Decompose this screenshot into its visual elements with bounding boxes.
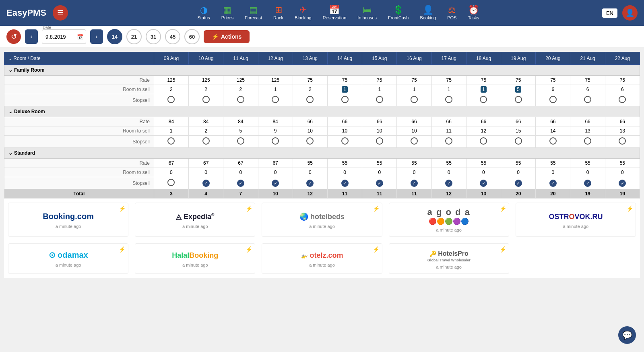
ota-card-booking-com[interactable]: ⚡Booking.coma minute ago [8, 203, 128, 237]
cell-2-2-13[interactable]: ✓ [605, 177, 640, 189]
stopsell-empty[interactable] [584, 137, 591, 145]
nav-status[interactable]: ◑ Status [197, 6, 210, 20]
calendar-icon[interactable]: 📅 [77, 34, 84, 40]
stopsell-empty[interactable] [202, 96, 210, 103]
stopsell-empty[interactable] [619, 96, 626, 103]
menu-button[interactable]: ☰ [53, 5, 68, 21]
nav-rack[interactable]: ⊞ Rack [273, 6, 283, 20]
cell-2-2-3[interactable]: ✓ [258, 177, 293, 189]
nav-booking[interactable]: 👤 Booking [420, 6, 436, 20]
nav-forecast[interactable]: ▤ Forecast [245, 6, 262, 20]
day-21-button[interactable]: 21 [126, 29, 142, 44]
stopsell-empty[interactable] [376, 96, 383, 103]
stopsell-checked[interactable]: ✓ [515, 180, 522, 187]
stopsell-empty[interactable] [167, 96, 175, 103]
day-14-button[interactable]: 14 [107, 29, 122, 44]
ota-card-agoda[interactable]: ⚡a g o d a🔴🟠🟢🟣🔵a minute ago [389, 203, 509, 237]
stopsell-empty[interactable] [480, 96, 487, 103]
stopsell-empty[interactable] [237, 137, 244, 145]
cell-2-2-7[interactable]: ✓ [397, 177, 431, 189]
stopsell-checked[interactable]: ✓ [376, 180, 383, 187]
cell-0-2-8[interactable] [431, 94, 466, 106]
stopsell-checked[interactable]: ✓ [237, 180, 244, 187]
cell-1-2-8[interactable] [431, 136, 466, 148]
cell-2-2-0[interactable] [154, 177, 188, 189]
cell-0-2-2[interactable] [223, 94, 258, 106]
nav-frontcash[interactable]: 💲 FrontCash [388, 6, 409, 20]
stopsell-checked[interactable]: ✓ [549, 180, 557, 187]
stopsell-empty[interactable] [549, 96, 557, 103]
stopsell-empty[interactable] [202, 137, 210, 145]
nav-tasks[interactable]: ⏰ Tasks [468, 6, 479, 20]
stopsell-checked[interactable]: ✓ [445, 180, 452, 187]
stopsell-empty[interactable] [237, 96, 244, 103]
collapse-icon-2[interactable]: ⌄ [8, 150, 12, 156]
stopsell-empty[interactable] [445, 96, 452, 103]
ota-card-halalbooking[interactable]: ⚡HalalBookinga minute ago [135, 243, 255, 274]
next-date-button[interactable]: › [90, 29, 103, 44]
day-45-button[interactable]: 45 [165, 29, 180, 44]
ota-card-hotelbeds[interactable]: ⚡🌏 hotelbedsa minute ago [262, 203, 382, 237]
cell-0-2-9[interactable] [466, 94, 501, 106]
cell-0-2-6[interactable] [362, 94, 397, 106]
refresh-button[interactable]: ↺ [6, 29, 21, 44]
cell-0-2-0[interactable] [154, 94, 188, 106]
cell-2-2-1[interactable]: ✓ [189, 177, 223, 189]
cell-0-2-5[interactable] [327, 94, 362, 106]
collapse-icon-0[interactable]: ⌄ [8, 67, 12, 73]
cell-1-2-2[interactable] [223, 136, 258, 148]
cell-0-2-12[interactable] [570, 94, 605, 106]
stopsell-empty[interactable] [341, 96, 349, 103]
actions-button[interactable]: ⚡ Actions [204, 30, 250, 43]
cell-0-2-11[interactable] [536, 94, 570, 106]
cell-2-2-9[interactable]: ✓ [466, 177, 501, 189]
cell-0-2-1[interactable] [189, 94, 223, 106]
ota-card-expedia[interactable]: ⚡◬ Expedia®a minute ago [135, 203, 255, 237]
cell-2-2-6[interactable]: ✓ [362, 177, 397, 189]
nav-inhouses[interactable]: 🛏 In houses [357, 6, 377, 20]
nav-pos[interactable]: ⚖ POS [447, 6, 456, 20]
collapse-icon-1[interactable]: ⌄ [8, 109, 12, 114]
stopsell-empty[interactable] [480, 137, 487, 145]
cell-2-2-2[interactable]: ✓ [223, 177, 258, 189]
cell-0-2-10[interactable] [501, 94, 536, 106]
stopsell-checked[interactable]: ✓ [411, 180, 418, 187]
cell-1-2-0[interactable] [154, 136, 188, 148]
section-header-0[interactable]: ⌄Family Room [4, 65, 640, 76]
nav-prices[interactable]: ▦ Prices [221, 6, 234, 20]
stopsell-empty[interactable] [515, 137, 522, 145]
cell-2-2-12[interactable]: ✓ [570, 177, 605, 189]
cell-1-2-7[interactable] [397, 136, 431, 148]
section-header-2[interactable]: ⌄Standard [4, 148, 640, 159]
cell-1-2-3[interactable] [258, 136, 293, 148]
cell-1-2-13[interactable] [605, 136, 640, 148]
cell-1-2-6[interactable] [362, 136, 397, 148]
ota-card-otelz[interactable]: ⚡🚁 otelz.coma minute ago [262, 243, 382, 274]
stopsell-checked[interactable]: ✓ [306, 180, 314, 187]
cell-1-2-5[interactable] [327, 136, 362, 148]
stopsell-empty[interactable] [584, 96, 591, 103]
cell-1-2-9[interactable] [466, 136, 501, 148]
nav-blocking[interactable]: ✈ Blocking [295, 6, 312, 20]
stopsell-empty[interactable] [515, 96, 522, 103]
stopsell-empty[interactable] [167, 179, 175, 186]
stopsell-empty[interactable] [272, 96, 279, 103]
stopsell-checked[interactable]: ✓ [619, 180, 626, 187]
stopsell-empty[interactable] [272, 137, 279, 145]
stopsell-empty[interactable] [376, 137, 383, 145]
cell-1-2-11[interactable] [536, 136, 570, 148]
lang-button[interactable]: EN [602, 8, 617, 18]
ota-card-hotelspro[interactable]: ⚡🔑 HotelsProGlobal Travel Wholesalera mi… [389, 243, 509, 274]
cell-1-2-12[interactable] [570, 136, 605, 148]
stopsell-empty[interactable] [411, 96, 418, 103]
day-31-button[interactable]: 31 [146, 29, 161, 44]
stopsell-empty[interactable] [445, 137, 452, 145]
cell-0-2-3[interactable] [258, 94, 293, 106]
cell-2-2-10[interactable]: ✓ [501, 177, 536, 189]
stopsell-empty[interactable] [411, 137, 418, 145]
nav-reservation[interactable]: 📅 Reservation [323, 6, 347, 20]
stopsell-empty[interactable] [341, 137, 349, 145]
stopsell-empty[interactable] [619, 137, 626, 145]
ota-card-odamax[interactable]: ⚡⊙ odamaxa minute ago [8, 243, 128, 274]
stopsell-checked[interactable]: ✓ [341, 180, 349, 187]
